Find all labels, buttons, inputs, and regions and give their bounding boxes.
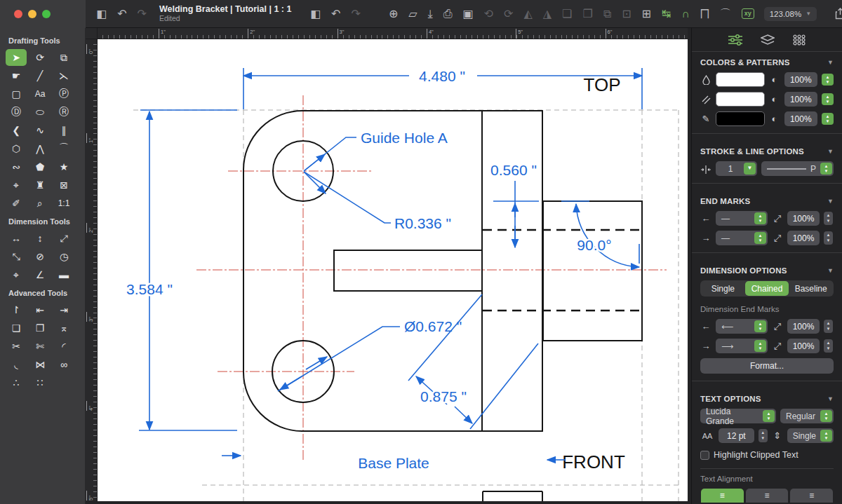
dimension-depth[interactable]: 0.560 "	[490, 162, 539, 247]
snap-curve-icon[interactable]: ⌒	[720, 8, 731, 20]
curve-handle-tool[interactable]: ⌅	[53, 320, 74, 336]
stroke-opacity-value[interactable]: 100%	[784, 111, 817, 126]
multi-chain-tool[interactable]: ∷	[29, 374, 51, 391]
import-icon[interactable]: ⤓	[428, 8, 433, 20]
freehand-tool[interactable]: ∾	[6, 158, 27, 175]
stroke-color-swatch[interactable]	[716, 111, 765, 126]
start-mark-stepper[interactable]: ▲▼	[754, 212, 766, 224]
new-document-icon[interactable]: ⊕	[389, 8, 398, 20]
close-window-button[interactable]	[14, 10, 22, 18]
snap-objects-icon[interactable]: ∩	[681, 8, 690, 20]
leader-radius[interactable]: R0.336 "	[304, 172, 451, 231]
fill-opacity-value[interactable]: 100%	[784, 72, 817, 87]
line-spacing-stepper[interactable]: ▲▼	[820, 430, 832, 442]
distribute-icon[interactable]: ↹	[662, 8, 671, 20]
dim-width-text[interactable]: 4.480 "	[419, 68, 465, 84]
dim-depth-text[interactable]: 0.560 "	[490, 162, 537, 178]
drawing-canvas[interactable]: 4.480 " 3.584 " Guide Hole A R0.336 " 0.…	[98, 39, 688, 504]
ungroup-icon[interactable]: ❐	[582, 8, 592, 20]
center-mark-tool[interactable]: ⌖	[6, 266, 27, 283]
chamfer-tool[interactable]: ◟	[6, 356, 27, 373]
dim-height-text[interactable]: 3.584 "	[126, 281, 173, 297]
collapse-chevron-icon[interactable]: ▼	[827, 395, 834, 402]
rotate-tool[interactable]: ⟳	[29, 49, 51, 66]
actual-size-tool[interactable]: 1:1	[53, 195, 74, 212]
end-mark-scale[interactable]: 100%	[787, 231, 820, 245]
highlight-clipped-text-checkbox[interactable]	[700, 451, 709, 460]
line-style-control[interactable]: P ▲▼	[761, 161, 834, 176]
end-mark-stepper[interactable]: ▲▼	[754, 232, 766, 244]
toggle-left-sidebar-icon[interactable]: ◧	[310, 8, 321, 20]
dim-shape-tool[interactable]: Ⓓ	[6, 104, 27, 121]
minimize-window-button[interactable]	[28, 10, 36, 18]
polyline-tool[interactable]: ⋋	[53, 67, 74, 84]
fillet-tool[interactable]: ◜	[53, 338, 74, 355]
parallel-line-tool[interactable]: ∥	[53, 122, 74, 139]
coordinates-icon[interactable]: xy	[742, 8, 754, 19]
font-size-value[interactable]: 12 pt	[719, 428, 754, 443]
top-view-label[interactable]: TOP	[584, 74, 621, 95]
redo-icon[interactable]: ↷	[138, 8, 147, 20]
format-button[interactable]: Format...	[700, 358, 834, 374]
vertical-dimension-tool[interactable]: ↕	[29, 230, 51, 247]
group-icon[interactable]: ❏	[562, 8, 572, 20]
stroke-width-dropdown[interactable]: ▼	[744, 163, 756, 175]
start-mark-scale-stepper[interactable]: ▲▼	[824, 212, 833, 225]
redo-icon[interactable]: ↷	[351, 8, 360, 20]
font-weight-stepper[interactable]: ▲▼	[820, 410, 832, 422]
stroke-width-control[interactable]: 1 ▼	[716, 161, 757, 176]
font-family-dropdown[interactable]: Lucida Grande ▲▼	[700, 409, 776, 423]
line-style-stepper[interactable]: ▲▼	[820, 163, 832, 175]
stamp-tool[interactable]: ♜	[29, 177, 51, 193]
open-folder-icon[interactable]: ▱	[408, 8, 417, 20]
fill-opacity-stepper[interactable]: ▲▼	[822, 74, 834, 86]
mode-chained-button[interactable]: Chained	[745, 281, 789, 296]
radius-dimension-tool[interactable]: ◷	[53, 248, 74, 265]
dim-end-mark-scale-stepper[interactable]: ▲▼	[824, 339, 833, 353]
font-weight-dropdown[interactable]: Regular ▲▼	[780, 409, 834, 423]
align-center-button[interactable]: ≡	[746, 489, 789, 503]
dimension-angle[interactable]: 90.0°	[561, 201, 639, 267]
dim-end-mark-scale[interactable]: 100%	[787, 339, 820, 353]
flip-vertical-icon[interactable]: ◭	[523, 8, 532, 20]
text-tool[interactable]: Aa	[29, 86, 51, 102]
insert-point-right-tool[interactable]: ⇥	[53, 301, 74, 318]
arrow-shape-tool[interactable]: ❮	[6, 122, 27, 139]
rotate-left-icon[interactable]: ⟲	[484, 8, 493, 20]
split-tool[interactable]: ✂	[6, 338, 27, 355]
font-size-stepper[interactable]: ▲▼	[759, 429, 768, 442]
tab-patterns[interactable]	[793, 34, 806, 46]
polygon-tool[interactable]: ⬡	[6, 140, 27, 157]
share-icon[interactable]	[835, 8, 842, 20]
zoom-level-control[interactable]: 123.08% ▼	[764, 7, 817, 21]
dim-start-mark-stepper[interactable]: ▲▼	[754, 320, 766, 332]
dim-start-mark-dropdown[interactable]: ⟵▲▼	[716, 319, 768, 334]
duplicate-icon[interactable]: ⧉	[603, 8, 611, 20]
dim-start-mark-scale-stepper[interactable]: ▲▼	[824, 320, 833, 333]
star-tool[interactable]: ★	[53, 158, 74, 175]
pan-tool[interactable]: ☛	[6, 67, 27, 84]
rotate-right-icon[interactable]: ⟳	[504, 8, 513, 20]
multi-split-tool[interactable]: ✄	[29, 338, 51, 355]
insert-point-left-tool[interactable]: ⇤	[29, 301, 51, 318]
measure-tool[interactable]: ▬	[53, 266, 74, 283]
start-mark-scale[interactable]: 100%	[787, 211, 820, 226]
side-view-outline[interactable]	[543, 201, 642, 341]
subtract-tool[interactable]: ❐	[29, 320, 51, 336]
base-plate-label[interactable]: Base Plate	[358, 455, 429, 471]
undo-icon[interactable]: ↶	[117, 8, 126, 20]
tab-layers[interactable]	[761, 34, 775, 46]
chain-tool[interactable]: ∴	[6, 374, 27, 391]
arc-tool[interactable]: ⌒	[53, 140, 74, 157]
front-view-label[interactable]: FRONT	[562, 451, 625, 472]
angle-dimension-tool[interactable]: ∠	[29, 266, 51, 283]
end-mark-scale-stepper[interactable]: ▲▼	[824, 231, 833, 245]
align-right-button[interactable]: ≡	[790, 489, 833, 503]
mode-single-button[interactable]: Single	[701, 281, 745, 296]
union-tool[interactable]: ❏	[6, 320, 27, 336]
zoom-window-button[interactable]	[42, 10, 51, 18]
clip-box-tool[interactable]: ⊠	[53, 177, 74, 193]
rectangle-tool[interactable]: ▢	[6, 86, 27, 102]
dim-start-mark-scale[interactable]: 100%	[787, 319, 820, 334]
dim-chain-text[interactable]: 0.875 "	[420, 388, 467, 404]
